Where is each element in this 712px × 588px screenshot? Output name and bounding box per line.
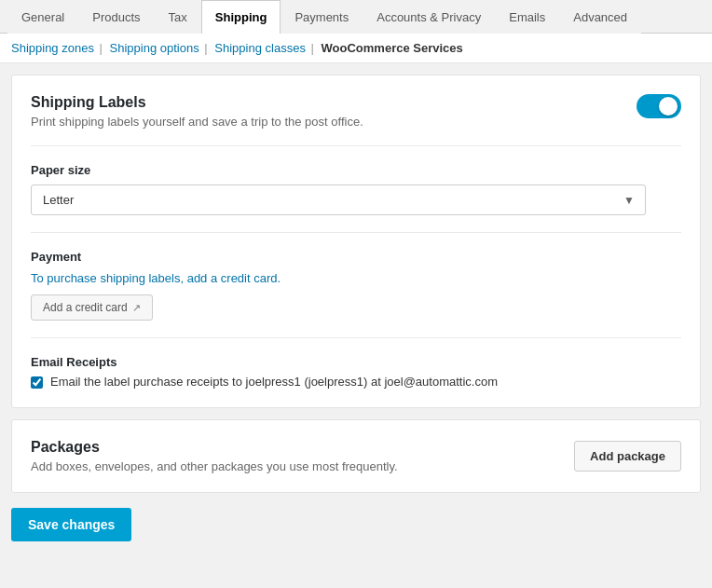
tab-payments[interactable]: Payments	[281, 0, 363, 34]
shipping-labels-title: Shipping Labels	[31, 94, 363, 111]
tab-tax[interactable]: Tax	[155, 0, 201, 34]
payment-section: Payment To purchase shipping labels, add…	[31, 250, 681, 321]
payment-description: To purchase shipping labels, add a credi…	[31, 271, 681, 285]
packages-card: Packages Add boxes, envelopes, and other…	[11, 419, 701, 493]
tab-products[interactable]: Products	[78, 0, 154, 34]
tab-emails[interactable]: Emails	[495, 0, 559, 34]
paper-size-select-wrapper: Letter A4 Label (4x6) ▼	[31, 185, 646, 215]
subnav-shipping-classes[interactable]: Shipping classes	[214, 41, 306, 55]
email-receipts-checkbox[interactable]	[31, 376, 43, 389]
add-credit-card-label: Add a credit card	[43, 301, 128, 314]
paper-size-section: Paper size Letter A4 Label (4x6) ▼	[31, 163, 681, 215]
email-receipts-label-text: Email the label purchase receipts to joe…	[50, 375, 498, 389]
shipping-labels-header: Shipping Labels Print shipping labels yo…	[31, 94, 681, 129]
add-credit-card-button[interactable]: Add a credit card ↗	[31, 294, 153, 321]
shipping-labels-card: Shipping Labels Print shipping labels yo…	[11, 75, 701, 408]
email-receipts-row: Email the label purchase receipts to joe…	[31, 375, 681, 389]
subnav: Shipping zones | Shipping options | Ship…	[0, 34, 712, 63]
shipping-labels-text: Shipping Labels Print shipping labels yo…	[31, 94, 363, 129]
tab-shipping[interactable]: Shipping	[201, 0, 281, 34]
subnav-shipping-options[interactable]: Shipping options	[110, 41, 199, 55]
subnav-separator-2: |	[204, 41, 207, 55]
external-link-icon: ↗	[132, 302, 141, 314]
paper-size-label: Paper size	[31, 163, 681, 177]
subnav-woocommerce-services: WooCommerce Services	[322, 41, 463, 55]
toggle-slider	[637, 94, 681, 118]
save-changes-button[interactable]: Save changes	[11, 508, 131, 541]
subnav-shipping-zones[interactable]: Shipping zones	[11, 41, 94, 55]
main-content: Shipping Labels Print shipping labels yo…	[0, 63, 712, 553]
tabs-bar: General Products Tax Shipping Payments A…	[0, 0, 712, 34]
subnav-separator-3: |	[311, 41, 314, 55]
packages-left: Packages Add boxes, envelopes, and other…	[31, 439, 398, 473]
payment-title: Payment	[31, 250, 681, 264]
divider-1	[31, 145, 681, 146]
add-package-button[interactable]: Add package	[574, 441, 681, 472]
shipping-labels-subtitle: Print shipping labels yourself and save …	[31, 115, 363, 129]
divider-3	[31, 337, 681, 338]
shipping-labels-toggle[interactable]	[637, 94, 681, 118]
subnav-separator-1: |	[100, 41, 103, 55]
tab-accounts-privacy[interactable]: Accounts & Privacy	[363, 0, 495, 34]
tab-advanced[interactable]: Advanced	[559, 0, 641, 34]
tab-general[interactable]: General	[7, 0, 78, 34]
divider-2	[31, 232, 681, 233]
packages-title: Packages	[31, 439, 398, 456]
email-receipts-section: Email Receipts Email the label purchase …	[31, 355, 681, 389]
paper-size-select[interactable]: Letter A4 Label (4x6)	[31, 185, 646, 215]
packages-description: Add boxes, envelopes, and other packages…	[31, 459, 398, 473]
email-receipts-title: Email Receipts	[31, 355, 681, 369]
